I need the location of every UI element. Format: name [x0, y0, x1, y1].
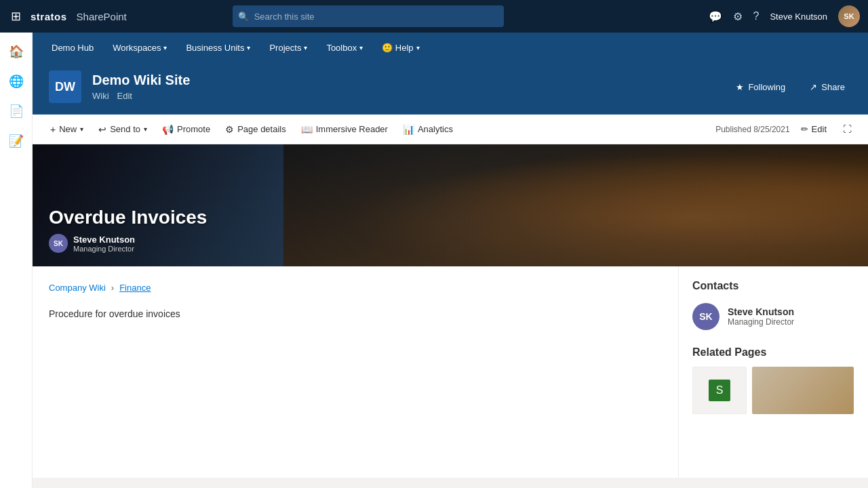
nav-item-toolbox-label: Toolbox — [326, 43, 357, 53]
hero-title: Overdue Invoices — [49, 207, 207, 228]
promote-button[interactable]: 📢 Promote — [155, 120, 217, 139]
avatar-initials: SK — [844, 12, 854, 20]
immersive-reader-button[interactable]: 📖 Immersive Reader — [294, 120, 395, 139]
author-avatar: SK — [49, 234, 68, 253]
related-page-thumb-2[interactable] — [752, 367, 854, 414]
expand-icon: ⛶ — [843, 124, 852, 134]
top-right-actions: 💬 ⚙ ? Steve Knutson SK — [709, 5, 860, 27]
related-pages-title: Related Pages — [692, 346, 854, 359]
nav-item-toolbox[interactable]: Toolbox ▾ — [318, 39, 371, 57]
sidebar: Contacts SK Steve Knutson Managing Direc… — [678, 266, 868, 478]
share-icon: ↗ — [810, 82, 817, 92]
settings-icon[interactable]: ⚙ — [733, 10, 743, 23]
send-to-button[interactable]: ↩ Send to ▾ — [92, 120, 154, 139]
contact-card: SK Steve Knutson Managing Director — [692, 303, 854, 330]
main-content: Company Wiki › Finance Procedure for ove… — [33, 266, 868, 478]
search-bar: 🔍 — [233, 5, 504, 27]
toolbox-chevron: ▾ — [359, 44, 363, 52]
page-details-label: Page details — [237, 124, 286, 134]
nav-item-projects-label: Projects — [269, 43, 301, 53]
site-title: Demo Wiki Site — [92, 73, 190, 88]
author-avatar-initials: SK — [54, 240, 63, 247]
top-bar: ⊞ stratos SharePoint 🔍 💬 ⚙ ? Steve Knuts… — [0, 0, 868, 33]
related-pages-grid: S — [692, 367, 854, 414]
search-input[interactable] — [233, 5, 504, 27]
site-logo: DW — [49, 70, 81, 103]
edit-label: Edit — [812, 124, 827, 134]
send-to-icon: ↩ — [98, 124, 106, 135]
contact-details: Steve Knutson Managing Director — [728, 306, 794, 327]
contact-avatar-initials: SK — [699, 311, 712, 322]
breadcrumb-separator: › — [111, 283, 114, 293]
new-button[interactable]: + New ▾ — [43, 120, 90, 139]
nav-item-projects[interactable]: Projects ▾ — [261, 39, 315, 57]
left-nav: 🏠 🌐 📄 📝 — [0, 33, 33, 488]
nav-item-help[interactable]: 🙂 Help ▾ — [374, 39, 427, 57]
analytics-label: Analytics — [418, 124, 453, 134]
toolbar-right: Published 8/25/2021 ✏ Edit ⛶ — [715, 120, 857, 138]
promote-icon: 📢 — [162, 124, 174, 135]
send-to-label: Send to — [110, 124, 140, 134]
hero-author: SK Steve Knutson Managing Director — [49, 234, 207, 253]
new-label: New — [59, 124, 77, 134]
chat-icon[interactable]: 💬 — [709, 10, 722, 23]
nav-bar: Demo Hub Workspaces ▾ Business Units ▾ P… — [33, 33, 868, 62]
new-icon: + — [50, 124, 56, 135]
site-header: DW Demo Wiki Site Wiki Edit ★ Following … — [33, 62, 868, 115]
app-name: SharePoint — [77, 11, 127, 22]
wiki-link[interactable]: Wiki — [92, 91, 109, 101]
help-icon[interactable]: ? — [753, 10, 760, 22]
promote-label: Promote — [177, 124, 210, 134]
new-chevron: ▾ — [80, 125, 83, 133]
edit-link[interactable]: Edit — [117, 91, 132, 101]
contacts-section: Contacts SK Steve Knutson Managing Direc… — [692, 280, 854, 330]
expand-button[interactable]: ⛶ — [837, 120, 857, 138]
nav-item-workspaces-label: Workspaces — [113, 43, 161, 53]
breadcrumb: Company Wiki › Finance — [49, 283, 662, 293]
nav-item-workspaces[interactable]: Workspaces ▾ — [104, 39, 175, 57]
star-icon: ★ — [736, 82, 744, 92]
page-nav-icon[interactable]: 📝 — [3, 127, 30, 155]
breadcrumb-finance[interactable]: Finance — [119, 283, 151, 293]
body-text: Procedure for overdue invoices — [49, 306, 662, 321]
business-units-chevron: ▾ — [247, 44, 250, 52]
waffle-menu-icon[interactable]: ⊞ — [8, 6, 24, 26]
share-label: Share — [821, 82, 845, 92]
home-nav-icon[interactable]: 🏠 — [3, 38, 30, 65]
toolbar-left: + New ▾ ↩ Send to ▾ 📢 Promote ⚙ Page det… — [43, 120, 460, 139]
nav-item-demo-hub-label: Demo Hub — [52, 43, 94, 53]
analytics-button[interactable]: 📊 Analytics — [396, 120, 460, 139]
toolbar: + New ▾ ↩ Send to ▾ 📢 Promote ⚙ Page det… — [33, 115, 868, 144]
nav-item-demo-hub[interactable]: Demo Hub — [43, 39, 102, 57]
avatar[interactable]: SK — [838, 5, 860, 27]
analytics-icon: 📊 — [403, 124, 414, 135]
immersive-reader-icon: 📖 — [301, 124, 313, 135]
site-name: stratos — [31, 11, 67, 22]
immersive-reader-label: Immersive Reader — [316, 124, 388, 134]
site-actions: ★ Following ↗ Share — [729, 78, 852, 96]
doc-nav-icon[interactable]: 📄 — [3, 98, 30, 125]
related-pages-section: Related Pages S — [692, 346, 854, 414]
share-button[interactable]: ↗ Share — [803, 78, 852, 96]
following-button[interactable]: ★ Following — [729, 78, 792, 96]
nav-item-business-units-label: Business Units — [186, 43, 244, 53]
page-details-button[interactable]: ⚙ Page details — [218, 120, 293, 139]
edit-button[interactable]: ✏ Edit — [795, 120, 832, 138]
user-name: Steve Knutson — [770, 12, 827, 22]
site-links: Wiki Edit — [92, 91, 190, 101]
hero-content: Overdue Invoices SK Steve Knutson Managi… — [49, 207, 207, 253]
page-wrapper: 🏠 🌐 📄 📝 Demo Hub Workspaces ▾ Business U… — [33, 33, 868, 478]
contact-role: Managing Director — [728, 317, 794, 327]
related-page-thumb-1[interactable]: S — [692, 367, 747, 414]
page-body: Procedure for overdue invoices — [49, 306, 662, 321]
globe-nav-icon[interactable]: 🌐 — [3, 68, 30, 95]
breadcrumb-company-wiki[interactable]: Company Wiki — [49, 283, 106, 293]
author-info: Steve Knutson Managing Director — [73, 235, 135, 253]
nav-item-help-label: 🙂 Help — [382, 43, 413, 53]
projects-chevron: ▾ — [304, 44, 307, 52]
content-area: Company Wiki › Finance Procedure for ove… — [33, 266, 678, 478]
search-icon: 🔍 — [238, 12, 249, 22]
contact-avatar: SK — [692, 303, 719, 330]
contacts-title: Contacts — [692, 280, 854, 292]
nav-item-business-units[interactable]: Business Units ▾ — [178, 39, 258, 57]
